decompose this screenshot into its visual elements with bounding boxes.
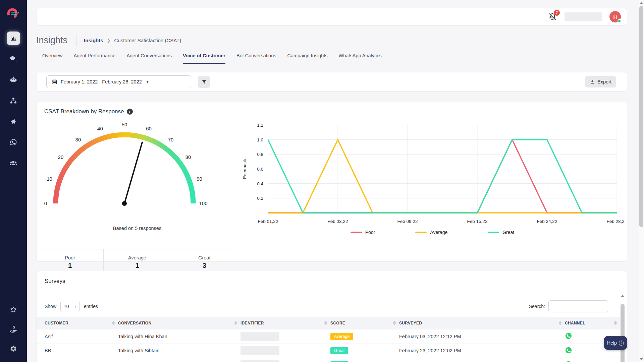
bar-chart-icon (10, 35, 17, 42)
table-row[interactable]: Bless BhattiTalking with SibtainGreatFeb… (37, 358, 620, 362)
whatsapp-icon (565, 332, 572, 340)
logo-icon (7, 7, 20, 20)
filter-button[interactable] (198, 76, 210, 88)
column-header-identifier[interactable]: IDENTIFIER (240, 317, 330, 329)
sidebar-item-bot[interactable] (7, 73, 20, 86)
tab-campaign-insights[interactable]: Campaign Insights (287, 53, 328, 64)
identifier-placeholder (240, 346, 279, 355)
notifications-button[interactable]: 7 (548, 12, 557, 21)
export-button[interactable]: Export (585, 76, 616, 87)
scroll-down-button[interactable] (639, 356, 644, 362)
sidebar-item-favorites[interactable] (7, 303, 20, 316)
sort-icon[interactable] (324, 321, 327, 325)
cell-surveyed: February 03, 2022 12:12 PM (399, 329, 565, 344)
table-row[interactable]: BBTalking with SibtainGreatFebruary 23, … (37, 344, 620, 358)
whatsapp-icon (565, 347, 572, 354)
legend-swatch (488, 232, 499, 233)
sidebar-item-settings[interactable] (7, 342, 20, 355)
cell-customer: Bless Bhatti (37, 358, 118, 362)
sort-icon[interactable] (234, 321, 237, 325)
tab-bar: Overview Agent Performance Agent Convers… (42, 53, 382, 64)
sidebar-item-whatsapp[interactable] (7, 135, 20, 149)
scrollbar-thumb[interactable] (621, 304, 625, 362)
cell-score: Great (330, 344, 399, 358)
page-scrollbar[interactable] (639, 0, 644, 362)
export-label: Export (597, 79, 611, 84)
svg-text:1.2: 1.2 (257, 123, 263, 128)
column-header-channel[interactable]: CHANNEL (565, 317, 620, 329)
cell-surveyed: February 24, 2022 13:47 PM (399, 358, 565, 362)
stat-average-label: Average (128, 255, 146, 260)
svg-text:$: $ (13, 325, 15, 329)
svg-text:Feb 09,22: Feb 09,22 (397, 219, 418, 224)
hand-dollar-icon: $ (9, 325, 18, 334)
legend-item-great[interactable]: Great (488, 230, 514, 235)
stat-great-value: 3 (203, 262, 206, 269)
svg-text:Feedback: Feedback (242, 159, 247, 179)
identifier-placeholder (240, 360, 279, 362)
svg-text:Feb 03,22: Feb 03,22 (328, 219, 348, 224)
tab-agent-performance[interactable]: Agent Performance (73, 53, 115, 64)
chart-legend: PoorAverageGreat (239, 230, 625, 235)
star-icon (9, 306, 17, 314)
sidebar-item-conversations[interactable] (7, 52, 20, 66)
breadcrumb-chevron-icon: ❯ (107, 38, 111, 43)
scroll-up-button[interactable] (639, 0, 644, 6)
cell-conversation: Talking with Sibtain (118, 344, 240, 358)
stat-great-label: Great (198, 255, 210, 260)
column-header-customer[interactable]: CUSTOMER (37, 317, 118, 329)
table-header-row: CUSTOMER CONVERSATION IDENTIFIER SCORE S… (37, 317, 620, 329)
app-logo[interactable] (7, 7, 20, 21)
legend-swatch (415, 232, 427, 233)
info-icon[interactable]: i (127, 109, 133, 115)
avatar[interactable]: H (609, 11, 621, 22)
sort-icon[interactable] (393, 321, 396, 325)
score-badge: Great (330, 347, 348, 354)
scrollbar-thumb[interactable] (639, 6, 643, 227)
whatsapp-icon (9, 138, 17, 146)
table-row[interactable]: AsifTalking with Hina KhanAverageFebruar… (37, 329, 620, 344)
tab-whatsapp-analytics[interactable]: WhatsApp Analytics (339, 53, 382, 64)
column-header-surveyed[interactable]: SURVEYED (399, 317, 565, 329)
help-button[interactable]: Help ? (604, 336, 627, 350)
surveys-table: CUSTOMER CONVERSATION IDENTIFIER SCORE S… (37, 317, 620, 362)
scroll-up-button[interactable] (620, 293, 625, 299)
column-header-score[interactable]: SCORE (330, 317, 399, 329)
cell-customer: BB (37, 344, 118, 358)
tab-bot-conversations[interactable]: Bot Conversations (236, 53, 276, 64)
tab-voice-of-customer[interactable]: Voice of Customer (183, 53, 225, 64)
svg-text:Feb 28,22: Feb 28,22 (607, 219, 625, 224)
sidebar-item-billing[interactable]: $ (7, 322, 20, 336)
sort-icon[interactable] (112, 321, 115, 325)
table-scrollbar[interactable] (620, 293, 625, 362)
svg-text:0.6: 0.6 (257, 167, 263, 172)
legend-item-poor[interactable]: Poor (351, 230, 375, 235)
user-name-placeholder (565, 12, 602, 21)
sidebar-item-workflows[interactable] (7, 94, 20, 107)
column-header-conversation[interactable]: CONVERSATION (118, 317, 240, 329)
tab-overview[interactable]: Overview (42, 53, 62, 64)
svg-text:80: 80 (185, 154, 191, 160)
help-label: Help (607, 340, 617, 346)
breadcrumb-root[interactable]: Insights (84, 38, 103, 43)
legend-item-average[interactable]: Average (415, 230, 447, 235)
sidebar-item-insights[interactable] (7, 32, 20, 45)
date-range-value: February 1, 2022 - February 28, 2022 (61, 79, 142, 84)
sidebar-item-campaigns[interactable] (7, 115, 20, 128)
svg-text:50: 50 (122, 122, 127, 127)
svg-text:1.0: 1.0 (257, 137, 263, 142)
sidebar-item-contacts[interactable] (7, 156, 20, 170)
sort-icon[interactable] (614, 321, 617, 325)
legend-swatch (351, 232, 362, 233)
page-size-select[interactable]: 10 ▾ (60, 301, 80, 312)
date-range-picker[interactable]: February 1, 2022 - February 28, 2022 ▾ (46, 75, 191, 88)
whatsapp-icon (565, 361, 572, 362)
cell-surveyed: February 23, 2022 12:02 PM (399, 344, 565, 358)
csat-gauge-chart: 0102030405060708090100 (37, 116, 218, 216)
search-input[interactable] (548, 300, 608, 312)
cell-customer: Asif (37, 329, 118, 344)
svg-text:40: 40 (97, 126, 103, 131)
chat-icon (9, 55, 18, 63)
sort-icon[interactable] (559, 321, 561, 325)
tab-agent-conversations[interactable]: Agent Conversations (126, 53, 172, 64)
